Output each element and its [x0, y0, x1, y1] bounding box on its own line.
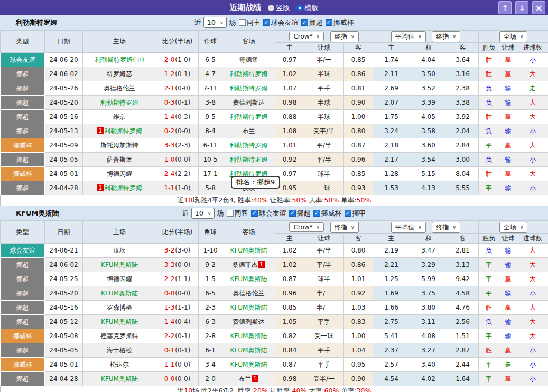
score-cell: 3-2(3-0): [156, 244, 199, 258]
col-header-handicap-away: 客: [344, 43, 373, 53]
bookmaker-dropdown[interactable]: Crow*∨: [289, 32, 324, 41]
away-team-name[interactable]: 费德列斯达: [233, 99, 265, 106]
away-team-cell: 布兰: [222, 124, 275, 138]
home-team-name[interactable]: 维京: [113, 113, 126, 120]
bookmaker-dropdown[interactable]: Crow*∨: [289, 222, 324, 232]
filter-league-1-label: 挪超: [309, 18, 323, 27]
away-team-name[interactable]: KFUM奥斯陆: [230, 347, 267, 354]
home-team-name[interactable]: 裡塞克罗斯特: [100, 332, 138, 340]
avg-away-odds: 2.81: [447, 244, 479, 258]
recent-count-select[interactable]: 10∨: [191, 208, 214, 219]
away-team-name[interactable]: 哥德堡: [239, 56, 258, 63]
home-team-name[interactable]: 博德闪耀: [107, 170, 132, 178]
home-team-name[interactable]: 利勒斯特罗姆: [104, 127, 142, 135]
handicap-away-odds: 0.90: [344, 372, 373, 386]
move-up-button[interactable]: ↑: [498, 1, 512, 14]
result-handicap: 赢: [499, 138, 517, 153]
handicap-away-odds: 0.87: [344, 138, 373, 153]
handicap-home-odds: 0.85: [275, 301, 304, 315]
avg-draw-odds: 5.99: [410, 272, 447, 286]
home-team-name[interactable]: KFUM奥斯陆: [101, 375, 138, 382]
match-row: 挪威杯24-05-01松达尔1-1(0-0)3-4KFUM奥斯陆0.87平手0.…: [1, 358, 548, 372]
recent-count-select[interactable]: 10∨: [203, 17, 226, 28]
average-dropdown[interactable]: 平均值∨: [391, 222, 426, 233]
home-team-name[interactable]: 萨普斯堡: [107, 156, 132, 163]
avg-away-odds: 3.64: [447, 53, 479, 67]
filter-league-3[interactable]: 挪甲: [345, 209, 366, 218]
match-type-cell: 球会友谊: [1, 244, 45, 258]
away-team-cell: 利勒斯特罗姆: [222, 153, 275, 167]
handicap-away-odds: 0.86: [344, 67, 373, 81]
filter-league-1[interactable]: 挪超: [301, 18, 323, 27]
scope-dropdown[interactable]: 全场∨: [499, 222, 528, 233]
away-team-name[interactable]: KFUM奥斯陆: [230, 361, 267, 368]
odds-stage-dropdown[interactable]: 终指∨: [432, 31, 460, 42]
scope-dropdown[interactable]: 全场∨: [499, 31, 528, 42]
away-team-name[interactable]: 利勒斯特罗姆: [230, 142, 268, 149]
match-type-cell: 挪威杯: [1, 329, 45, 343]
home-team-name[interactable]: 利勒斯特罗姆: [104, 184, 142, 192]
match-type-cell: 挪超: [1, 372, 45, 386]
layout-option-vertical[interactable]: 竖版: [268, 3, 290, 13]
away-team-name[interactable]: 利勒斯特罗姆: [230, 156, 268, 163]
home-team-name[interactable]: 博德闪耀: [107, 275, 132, 283]
away-team-name[interactable]: 奥德格伦兰: [233, 290, 265, 297]
filter-league-2[interactable]: 挪威杯: [326, 18, 354, 27]
close-button[interactable]: ×: [532, 1, 545, 14]
filter-league-0[interactable]: 球会友谊: [263, 18, 299, 27]
home-team-name[interactable]: 汉坎: [113, 247, 126, 254]
home-team-name[interactable]: KFUM奥斯陆: [101, 290, 138, 297]
handicap-away-odds: 0.86: [344, 258, 373, 272]
filter-same-venue[interactable]: 同主: [239, 18, 261, 27]
match-type-cell: 挪超: [1, 343, 45, 358]
halftime-score: (0-0): [175, 290, 190, 297]
avg-away-odds: 2.56: [447, 315, 479, 329]
away-team-name[interactable]: 利勒斯特罗姆: [230, 85, 268, 92]
away-team-name[interactable]: KFUM奥斯陆: [230, 275, 267, 283]
home-team-cell: 汉坎: [83, 244, 156, 258]
filter-league-2[interactable]: 挪威杯: [313, 209, 342, 218]
move-down-button[interactable]: ↓: [515, 1, 528, 14]
average-dropdown[interactable]: 平均值∨: [391, 31, 426, 42]
odds-stage-dropdown[interactable]: 终指∨: [330, 222, 359, 233]
away-team-name[interactable]: 利勒斯特罗姆: [230, 113, 268, 120]
home-team-name[interactable]: 利勒斯特罗姆: [100, 99, 138, 106]
home-team-name[interactable]: 斯托姆加斯特: [100, 142, 138, 149]
home-team-name[interactable]: 利勒斯特罗姆(中): [95, 56, 144, 63]
corner-cell: 7-11: [199, 81, 222, 96]
avg-home-odds: 2.37: [373, 343, 410, 358]
away-team-name[interactable]: 桑德菲杰: [233, 261, 258, 268]
away-team-name[interactable]: 布兰: [239, 375, 252, 382]
result-goals: 小: [517, 372, 548, 386]
home-team-name[interactable]: KFUM奥斯陆: [101, 318, 138, 325]
handicap-dropdown-group: Crow*∨ 终指∨: [275, 31, 373, 43]
away-team-name[interactable]: KFUM奥斯陆: [230, 332, 267, 340]
filter-league-1[interactable]: 挪超: [289, 209, 311, 218]
match-row: 球会友谊24-06-20利勒斯特罗姆(中)2-0(1-0)6-5哥德堡0.97半…: [1, 53, 548, 67]
home-team-name[interactable]: 奥德格伦兰: [104, 85, 135, 92]
filter-league-0[interactable]: 球会友谊: [251, 209, 286, 218]
score-cell: 2-0(1-0): [156, 53, 199, 67]
layout-option-horizontal[interactable]: 横版: [296, 3, 319, 13]
home-team-name[interactable]: 海于格松: [107, 347, 132, 354]
result-goals: 大: [517, 110, 548, 124]
odds-stage-dropdown[interactable]: 终指∨: [330, 31, 359, 42]
home-team-name[interactable]: 罗森博格: [107, 304, 132, 311]
score-cell: 1-4(0-4): [156, 315, 199, 329]
summary-text: 50%: [292, 196, 307, 204]
away-team-name[interactable]: KFUM奥斯陆: [230, 304, 267, 311]
away-team-cell: KFUM奥斯陆: [222, 358, 275, 372]
home-team-name[interactable]: 松达尔: [110, 361, 129, 368]
away-team-name[interactable]: 费德列斯达: [233, 318, 265, 325]
home-team-name[interactable]: KFUM奥斯陆: [101, 261, 138, 268]
filter-league-0-label: 球会友谊: [259, 209, 286, 218]
match-type-cell: 挪超: [1, 181, 45, 195]
home-team-name[interactable]: 特罗姆瑟: [107, 70, 132, 78]
away-team-name[interactable]: 利勒斯特罗姆: [230, 70, 268, 78]
home-team-cell: KFUM奥斯陆: [83, 286, 156, 301]
handicap-line: 平/半: [304, 138, 344, 153]
filter-same-venue[interactable]: 同客: [227, 209, 248, 218]
odds-stage-dropdown[interactable]: 终指∨: [432, 222, 460, 233]
away-team-name[interactable]: KFUM奥斯陆: [230, 247, 267, 254]
away-team-name[interactable]: 布兰: [243, 127, 255, 135]
